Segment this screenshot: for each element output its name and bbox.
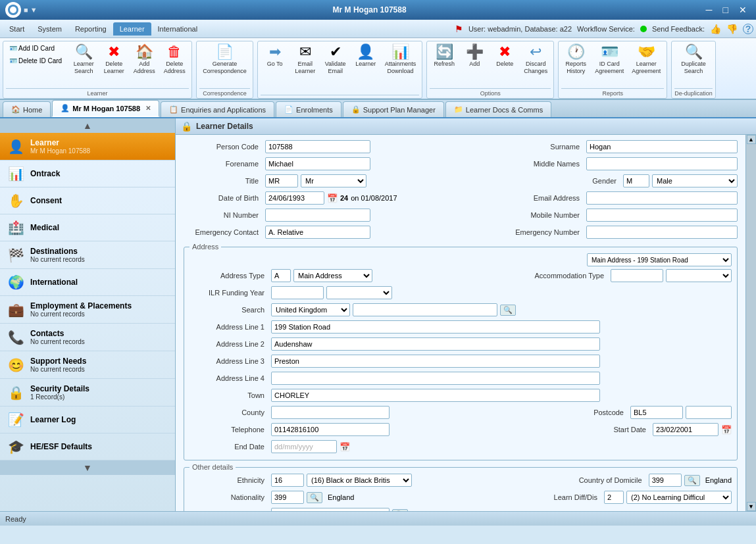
address4-input[interactable] bbox=[271, 372, 600, 385]
ribbon-email-learner[interactable]: ✉ EmailLearner bbox=[291, 43, 320, 77]
maximize-button[interactable]: □ bbox=[719, 3, 732, 16]
start-date-calendar-icon[interactable]: 📅 bbox=[721, 425, 732, 435]
ribbon-delete-learner[interactable]: ✖ DeleteLearner bbox=[99, 43, 128, 77]
ilr-funding-input[interactable] bbox=[271, 286, 324, 299]
ribbon-add-address[interactable]: 🏠 AddAddress bbox=[130, 43, 159, 77]
dob-input[interactable] bbox=[265, 191, 324, 205]
country-domicile-search-button[interactable]: 🔍 bbox=[684, 475, 700, 486]
address1-input[interactable] bbox=[271, 320, 600, 334]
search-country-select[interactable]: United Kingdom bbox=[271, 303, 350, 316]
emergency-number-input[interactable] bbox=[586, 226, 738, 239]
ethnicity-code-input[interactable] bbox=[271, 474, 304, 487]
accommodation-type-input[interactable] bbox=[611, 269, 663, 282]
dob-calendar-icon[interactable]: 📅 bbox=[327, 193, 338, 203]
tab-learner-hogan[interactable]: 👤 Mr M Hogan 107588 ✕ bbox=[52, 100, 159, 117]
tab-support-plan[interactable]: 🔒 Support Plan Manager bbox=[343, 101, 444, 117]
ribbon-learner-search[interactable]: 🔍 LearnerSearch bbox=[69, 43, 98, 77]
title-code-input[interactable] bbox=[265, 174, 298, 187]
address-search-button[interactable]: 🔍 bbox=[500, 305, 516, 316]
ribbon-reports-history[interactable]: 🕐 ReportsHistory bbox=[561, 43, 590, 77]
gender-select[interactable]: MaleFemale bbox=[652, 174, 738, 187]
feedback-down-icon[interactable]: 👎 bbox=[726, 24, 738, 34]
minimize-button[interactable]: ─ bbox=[702, 3, 717, 16]
address2-input[interactable] bbox=[271, 337, 600, 351]
surname-input[interactable] bbox=[586, 140, 738, 153]
ilr-funding-select[interactable] bbox=[326, 286, 392, 299]
gender-code-input[interactable] bbox=[623, 174, 649, 187]
sidebar-item-he-esf[interactable]: 🎓 HE/ESF Defaults bbox=[0, 433, 175, 460]
sidebar-scroll-down[interactable]: ▼ bbox=[0, 460, 175, 475]
country-domicile-input[interactable] bbox=[649, 474, 682, 487]
sidebar-item-learner[interactable]: 👤 Learner Mr M Hogan 107588 bbox=[0, 133, 175, 161]
postcode-input2[interactable] bbox=[686, 406, 732, 419]
end-date-input[interactable] bbox=[271, 440, 337, 453]
person-code-input[interactable] bbox=[265, 140, 370, 153]
end-date-calendar-icon[interactable]: 📅 bbox=[340, 442, 350, 452]
county-input[interactable] bbox=[271, 406, 390, 419]
ribbon-go-to[interactable]: ➡ Go To bbox=[261, 43, 290, 70]
sidebar-item-employment[interactable]: 💼 Employment & Placements No current rec… bbox=[0, 296, 175, 324]
help-icon[interactable]: ? bbox=[743, 24, 753, 34]
ribbon-duplicate-search[interactable]: 🔍 DuplicateSearch bbox=[678, 43, 709, 77]
sidebar-item-consent[interactable]: ✋ Consent bbox=[0, 187, 175, 214]
ribbon-validate-email[interactable]: ✔ ValidateEmail bbox=[321, 43, 350, 77]
school-input[interactable] bbox=[271, 508, 390, 511]
ribbon-learner-agreement[interactable]: 🤝 LearnerAgreement bbox=[628, 43, 664, 77]
learn-diff-code-input[interactable] bbox=[604, 491, 624, 504]
menu-system[interactable]: System bbox=[31, 22, 68, 36]
menu-reporting[interactable]: Reporting bbox=[68, 22, 113, 36]
ribbon-id-card-agreement[interactable]: 🪪 ID CardAgreement bbox=[592, 43, 627, 77]
ethnicity-select[interactable]: (16) Black or Black Britis bbox=[307, 474, 412, 487]
ribbon-delete-id-card[interactable]: 🪪 Delete ID Card bbox=[6, 55, 65, 66]
sidebar-scroll-up[interactable]: ▲ bbox=[0, 118, 175, 133]
ribbon-discard-changes[interactable]: ↩ DiscardChanges bbox=[520, 43, 551, 77]
tab-learner-close[interactable]: ✕ bbox=[145, 105, 151, 112]
menu-learner[interactable]: Learner bbox=[113, 22, 151, 36]
ribbon-refresh[interactable]: 🔄 Refresh bbox=[430, 43, 459, 70]
address-dropdown[interactable]: Main Address - 199 Station Road bbox=[587, 253, 732, 266]
sidebar-item-medical[interactable]: 🏥 Medical bbox=[0, 214, 175, 241]
ni-input[interactable] bbox=[265, 209, 370, 222]
start-date-input[interactable] bbox=[653, 423, 718, 436]
tab-enrolments[interactable]: 📄 Enrolments bbox=[276, 101, 341, 117]
email-input[interactable] bbox=[586, 191, 738, 205]
address-type-code[interactable] bbox=[271, 269, 291, 282]
sidebar-item-destinations[interactable]: 🏁 Destinations No current records bbox=[0, 241, 175, 269]
feedback-up-icon[interactable]: 👍 bbox=[710, 24, 721, 34]
sidebar-item-ontrack[interactable]: 📊 Ontrack bbox=[0, 161, 175, 187]
ribbon-add-id-card[interactable]: 🪪 Add ID Card bbox=[6, 43, 65, 54]
scroll-up-button[interactable]: ▲ bbox=[747, 135, 756, 144]
ribbon-learner-btn[interactable]: 👤 Learner bbox=[351, 43, 380, 70]
close-button[interactable]: ✕ bbox=[735, 3, 751, 16]
ribbon-delete-address[interactable]: 🗑 DeleteAddress bbox=[160, 43, 189, 77]
tab-home[interactable]: 🏠 Home bbox=[3, 101, 51, 117]
menu-international[interactable]: International bbox=[151, 22, 205, 36]
sidebar-item-support-needs[interactable]: 😊 Support Needs No current records bbox=[0, 351, 175, 379]
postcode-input[interactable] bbox=[630, 406, 683, 419]
nationality-search-button[interactable]: 🔍 bbox=[307, 492, 322, 503]
town-input[interactable] bbox=[271, 389, 600, 402]
tab-learner-docs[interactable]: 📁 Learner Docs & Comms bbox=[445, 101, 551, 117]
sidebar-item-learner-log[interactable]: 📝 Learner Log bbox=[0, 407, 175, 433]
mobile-input[interactable] bbox=[586, 209, 738, 222]
tab-enquiries[interactable]: 📋 Enquiries and Applications bbox=[161, 101, 274, 117]
accommodation-type-select[interactable] bbox=[666, 269, 732, 282]
school-search-button[interactable]: 🔍 bbox=[392, 509, 408, 512]
ribbon-attainments-download[interactable]: 📊 AttainmentsDownload bbox=[382, 43, 420, 77]
ribbon-delete[interactable]: ✖ Delete bbox=[490, 43, 519, 70]
sidebar-item-contacts[interactable]: 📞 Contacts No current records bbox=[0, 324, 175, 351]
ribbon-generate-correspondence[interactable]: 📄 GenerateCorrespondence bbox=[199, 43, 250, 77]
search-input[interactable] bbox=[353, 303, 497, 316]
sidebar-item-international[interactable]: 🌍 International bbox=[0, 269, 175, 296]
middle-names-input[interactable] bbox=[586, 157, 738, 170]
address-type-select[interactable]: Main Address bbox=[293, 269, 372, 282]
address3-input[interactable] bbox=[271, 355, 600, 368]
forename-input[interactable] bbox=[265, 157, 370, 170]
sidebar-item-security-details[interactable]: 🔒 Security Details 1 Record(s) bbox=[0, 379, 175, 407]
right-scrollbar[interactable]: ▲ ▼ bbox=[745, 135, 756, 511]
scroll-down-button[interactable]: ▼ bbox=[747, 502, 756, 511]
menu-start[interactable]: Start bbox=[3, 22, 31, 36]
learn-diff-select[interactable]: (2) No Learning Difficul bbox=[626, 491, 732, 504]
ribbon-add[interactable]: ➕ Add bbox=[460, 43, 489, 70]
nationality-code-input[interactable] bbox=[271, 491, 304, 504]
